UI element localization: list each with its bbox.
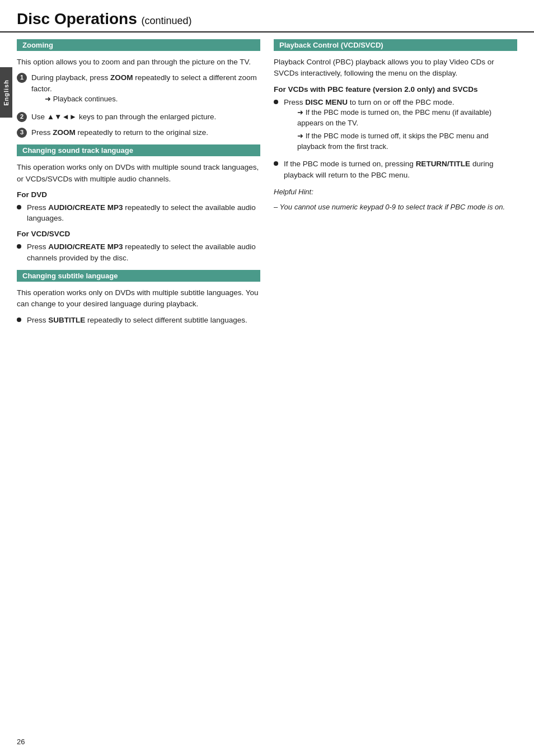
page-title: Disc Operations (continued): [17, 10, 517, 28]
pbc-item-2: If the PBC mode is turned on, pressing R…: [274, 158, 517, 180]
subtitle-bullet-list: Press SUBTITLE repeatedly to select diff…: [17, 315, 260, 326]
bullet-dot: [17, 205, 21, 209]
step-num-1: 1: [17, 73, 27, 83]
dvd-bullet-list: Press AUDIO/CREATE MP3 repeatedly to sel…: [17, 202, 260, 224]
step-num-2: 2: [17, 112, 27, 122]
step-num-3: 3: [17, 128, 27, 138]
subtitle-intro: This operation works only on DVDs with m…: [17, 287, 260, 310]
zoom-step-1-arrow: Playback continues.: [45, 94, 260, 105]
page-header: Disc Operations (continued): [0, 0, 534, 32]
zooming-steps: 1 During playback, press ZOOM repeatedly…: [17, 72, 260, 138]
vcd-audio-item: Press AUDIO/CREATE MP3 repeatedly to sel…: [17, 241, 260, 263]
pbc-bullet-list: Press DISC MENU to turn on or off the PB…: [274, 97, 517, 181]
zoom-step-3: 3 Press ZOOM repeatedly to return to the…: [17, 127, 260, 138]
pbc-header: Playback Control (VCD/SVCD): [274, 39, 517, 51]
continued-label: (continued): [142, 15, 192, 26]
bullet-dot-4: [274, 100, 278, 104]
page-number: 26: [17, 738, 25, 746]
for-dvd-heading: For DVD: [17, 190, 260, 199]
vcd-bullet-list: Press AUDIO/CREATE MP3 repeatedly to sel…: [17, 241, 260, 263]
zoom-step-1: 1 During playback, press ZOOM repeatedly…: [17, 72, 260, 107]
helpful-hint-label: Helpful Hint:: [274, 188, 313, 196]
subtitle-item: Press SUBTITLE repeatedly to select diff…: [17, 315, 260, 326]
bullet-dot-2: [17, 244, 21, 249]
pbc-arrow-1: If the PBC mode is turned on, the PBC me…: [297, 108, 517, 129]
soundtrack-intro: This operation works only on DVDs with m…: [17, 162, 260, 185]
zoom-step-3-content: Press ZOOM repeatedly to return to the o…: [31, 127, 208, 138]
page-wrapper: English Disc Operations (continued) Zoom…: [0, 0, 534, 756]
subtitle-header: Changing subtitle language: [17, 270, 260, 282]
zoom-step-1-content: During playback, press ZOOM repeatedly t…: [31, 72, 260, 107]
helpful-hint-text: – You cannot use numeric keypad 0-9 to s…: [274, 202, 517, 213]
zoom-step-2-content: Use ▲▼◄► keys to pan through the enlarge…: [31, 111, 216, 123]
side-tab-label: English: [3, 80, 10, 106]
soundtrack-header: Changing sound track language: [17, 144, 260, 156]
right-column: Playback Control (VCD/SVCD) Playback Con…: [274, 39, 517, 330]
zoom-step-2: 2 Use ▲▼◄► keys to pan through the enlar…: [17, 111, 260, 123]
dvd-audio-item: Press AUDIO/CREATE MP3 repeatedly to sel…: [17, 202, 260, 224]
zooming-intro: This option allows you to zoom and pan t…: [17, 57, 260, 68]
side-tab: English: [0, 67, 12, 118]
bullet-dot-5: [274, 161, 278, 166]
pbc-item-1: Press DISC MENU to turn on or off the PB…: [274, 97, 517, 155]
content-area: Zooming This option allows you to zoom a…: [0, 32, 534, 347]
pbc-arrow-2: If the PBC mode is turned off, it skips …: [297, 131, 517, 152]
zooming-header: Zooming: [17, 39, 260, 51]
pbc-intro: Playback Control (PBC) playback allows y…: [274, 57, 517, 80]
helpful-hint: Helpful Hint: – You cannot use numeric k…: [274, 186, 517, 213]
bullet-dot-3: [17, 318, 21, 322]
pbc-item-1-content: Press DISC MENU to turn on or off the PB…: [284, 97, 517, 155]
left-column: Zooming This option allows you to zoom a…: [17, 39, 260, 330]
for-vcds-heading: For VCDs with PBC feature (version 2.0 o…: [274, 85, 517, 94]
for-vcd-heading: For VCD/SVCD: [17, 230, 260, 238]
